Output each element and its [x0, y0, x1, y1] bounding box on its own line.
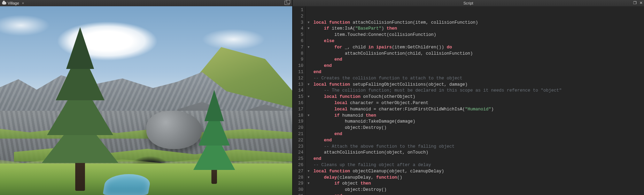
line-number: 26 — [293, 162, 303, 169]
fold-marker — [306, 125, 311, 131]
line-gutter: 1234567891011121314151617181920212223242… — [293, 6, 306, 195]
viewport-pane: Village × — [0, 0, 293, 195]
pine-tree-small — [188, 90, 240, 184]
code-line[interactable]: for _, child in ipairs(item:GetChildren(… — [313, 45, 644, 51]
script-titlebar: Script ❐ ✕ — [293, 0, 644, 6]
fold-marker[interactable]: ▼ — [306, 181, 311, 187]
code-line[interactable]: -- Attach the above function to the fall… — [313, 144, 644, 150]
fold-marker[interactable]: ▼ — [306, 45, 311, 51]
fold-marker — [306, 63, 311, 69]
fold-marker — [306, 38, 311, 45]
code-line[interactable] — [313, 14, 644, 20]
fold-marker — [306, 193, 311, 195]
fold-marker — [306, 51, 311, 57]
line-number: 11 — [293, 69, 303, 76]
fold-column[interactable]: ▼▼▼▼▼▼▼▼▼ — [306, 6, 311, 195]
code-line[interactable]: attachCollisionFunction(object, onTouch) — [313, 150, 644, 156]
fold-marker — [306, 69, 311, 76]
line-number: 19 — [293, 119, 303, 125]
place-icon — [2, 2, 6, 5]
code-line[interactable]: delay(cleanupDelay, function() — [313, 175, 644, 181]
fold-marker[interactable]: ▼ — [306, 169, 311, 175]
line-number: 28 — [293, 175, 303, 181]
code-line[interactable]: object:Destroy() — [313, 125, 644, 131]
script-title: Script — [463, 1, 473, 5]
line-number: 7 — [293, 45, 303, 51]
line-number: 25 — [293, 156, 303, 162]
line-number: 10 — [293, 63, 303, 69]
line-number: 21 — [293, 131, 303, 138]
viewport-tab-title[interactable]: Village — [8, 1, 19, 5]
viewport-3d[interactable] — [0, 6, 292, 195]
line-number: 14 — [293, 88, 303, 94]
code-line[interactable]: end — [313, 193, 644, 195]
line-number: 12 — [293, 76, 303, 82]
line-number: 20 — [293, 125, 303, 131]
window-buttons: ❐ ✕ — [633, 1, 643, 5]
fold-marker — [306, 107, 311, 113]
fold-marker — [306, 57, 311, 63]
code-line[interactable]: -- The collision function; must be decla… — [313, 88, 644, 94]
code-line[interactable]: item.Touched:Connect(collisionFunction) — [313, 32, 644, 38]
code-area[interactable]: local function attachCollisionFunction(i… — [311, 6, 644, 195]
fold-marker[interactable]: ▼ — [306, 94, 311, 100]
code-line[interactable]: local function objectCleanup(object, cle… — [313, 169, 644, 175]
code-line[interactable]: local function attachCollisionFunction(i… — [313, 20, 644, 26]
fold-marker[interactable]: ▼ — [306, 113, 311, 119]
restore-button[interactable]: ❐ — [633, 1, 637, 5]
viewport-tabbar: Village × — [0, 0, 292, 6]
fold-marker[interactable]: ▼ — [306, 20, 311, 26]
code-line[interactable]: end — [313, 57, 644, 63]
code-line[interactable]: local function setupFallingObjectCollisi… — [313, 82, 644, 88]
code-line[interactable]: end — [313, 69, 644, 76]
code-line[interactable]: else — [313, 38, 644, 45]
close-tab-button[interactable]: × — [22, 1, 24, 5]
line-number: 31 — [293, 193, 303, 195]
code-line[interactable]: -- Creates the collision function to att… — [313, 76, 644, 82]
fold-marker[interactable]: ▼ — [306, 175, 311, 181]
code-editor[interactable]: 1234567891011121314151617181920212223242… — [293, 6, 644, 195]
fold-marker — [306, 32, 311, 38]
line-number: 27 — [293, 169, 303, 175]
code-line[interactable]: end — [313, 156, 644, 162]
code-line[interactable]: local humanoid = character:FindFirstChil… — [313, 107, 644, 113]
close-button[interactable]: ✕ — [639, 1, 643, 5]
code-line[interactable]: if item:IsA("BasePart") then — [313, 26, 644, 32]
code-line[interactable]: object:Destroy() — [313, 187, 644, 193]
line-number: 24 — [293, 150, 303, 156]
line-number: 29 — [293, 181, 303, 187]
fold-marker — [306, 156, 311, 162]
fold-marker — [306, 162, 311, 169]
fold-marker[interactable]: ▼ — [306, 82, 311, 88]
line-number: 13 — [293, 82, 303, 88]
code-line[interactable]: attachCollisionFunction(child, collision… — [313, 51, 644, 57]
line-number: 3 — [293, 20, 303, 26]
line-number: 4 — [293, 26, 303, 32]
code-line[interactable]: local function onTouch(otherObject) — [313, 94, 644, 100]
line-number: 22 — [293, 138, 303, 144]
line-number: 18 — [293, 113, 303, 119]
code-line[interactable]: humanoid:TakeDamage(damage) — [313, 119, 644, 125]
line-number: 5 — [293, 32, 303, 38]
line-number: 9 — [293, 57, 303, 63]
line-number: 1 — [293, 7, 303, 14]
fold-marker — [306, 100, 311, 107]
line-number: 17 — [293, 107, 303, 113]
code-line[interactable]: -- Cleans up the falling object after a … — [313, 162, 644, 169]
code-line[interactable]: local character = otherObject.Parent — [313, 100, 644, 107]
code-line[interactable]: if object then — [313, 181, 644, 187]
code-line[interactable]: end — [313, 131, 644, 138]
cloud — [188, 24, 279, 55]
code-line[interactable]: end — [313, 138, 644, 144]
line-number: 2 — [293, 14, 303, 20]
app-root: Village × — [0, 0, 644, 195]
detach-icon[interactable] — [285, 1, 289, 5]
code-line[interactable]: end — [313, 63, 644, 69]
line-number: 6 — [293, 38, 303, 45]
pine-tree-large — [42, 27, 118, 191]
code-line[interactable]: if humanoid then — [313, 113, 644, 119]
code-line[interactable] — [313, 7, 644, 14]
fold-marker — [306, 7, 311, 14]
fold-marker[interactable]: ▼ — [306, 26, 311, 32]
fold-marker — [306, 14, 311, 20]
